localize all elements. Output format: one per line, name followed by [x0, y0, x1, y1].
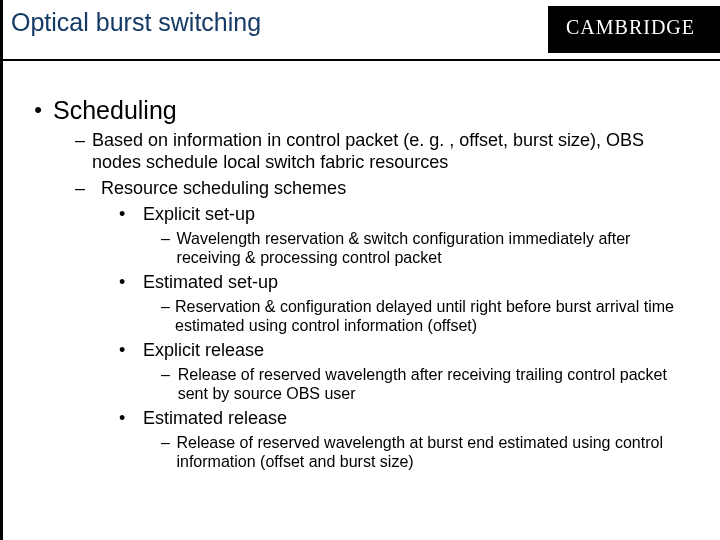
- dash-icon: [161, 229, 177, 267]
- dash-icon: [161, 365, 178, 403]
- level4-item: Wavelength reservation & switch configur…: [161, 229, 700, 267]
- brand-logo: CAMBRIDGE: [548, 6, 720, 53]
- level2-item: Based on information in control packet (…: [75, 129, 700, 173]
- dash-icon: [75, 129, 92, 173]
- slide-title: Optical burst switching: [11, 6, 261, 37]
- level2-text: Resource scheduling schemes: [101, 177, 356, 199]
- dash-icon: [161, 433, 176, 471]
- level3-item: Explicit set-up: [119, 203, 700, 225]
- level3-text: Explicit set-up: [143, 203, 255, 225]
- bullet-icon: [119, 339, 143, 361]
- heading-text: Scheduling: [53, 95, 177, 125]
- level4-text: Wavelength reservation & switch configur…: [177, 229, 700, 267]
- bullet-icon: [23, 95, 53, 125]
- level4-item: Release of reserved wavelength at burst …: [161, 433, 700, 471]
- level4-item: Reservation & configuration delayed unti…: [161, 297, 700, 335]
- level4-text: Release of reserved wavelength after rec…: [178, 365, 700, 403]
- level3-item: Estimated release: [119, 407, 700, 429]
- level4-text: Reservation & configuration delayed unti…: [175, 297, 700, 335]
- level3-item: Estimated set-up: [119, 271, 700, 293]
- level4-item: Release of reserved wavelength after rec…: [161, 365, 700, 403]
- content-area: Scheduling Based on information in contr…: [3, 61, 720, 481]
- bullet-icon: [119, 271, 143, 293]
- level2-text: Based on information in control packet (…: [92, 129, 700, 173]
- bullet-icon: [119, 203, 143, 225]
- heading-row: Scheduling: [23, 95, 700, 125]
- slide: Optical burst switching CAMBRIDGE Schedu…: [0, 0, 720, 540]
- level3-item: Explicit release: [119, 339, 700, 361]
- level4-text: Release of reserved wavelength at burst …: [176, 433, 700, 471]
- dash-icon: [75, 177, 101, 199]
- dash-icon: [161, 297, 175, 335]
- bullet-icon: [119, 407, 143, 429]
- level3-text: Explicit release: [143, 339, 264, 361]
- level3-text: Estimated set-up: [143, 271, 278, 293]
- title-bar: Optical burst switching CAMBRIDGE: [3, 0, 720, 61]
- level2-item: Resource scheduling schemes: [75, 177, 700, 199]
- level3-text: Estimated release: [143, 407, 287, 429]
